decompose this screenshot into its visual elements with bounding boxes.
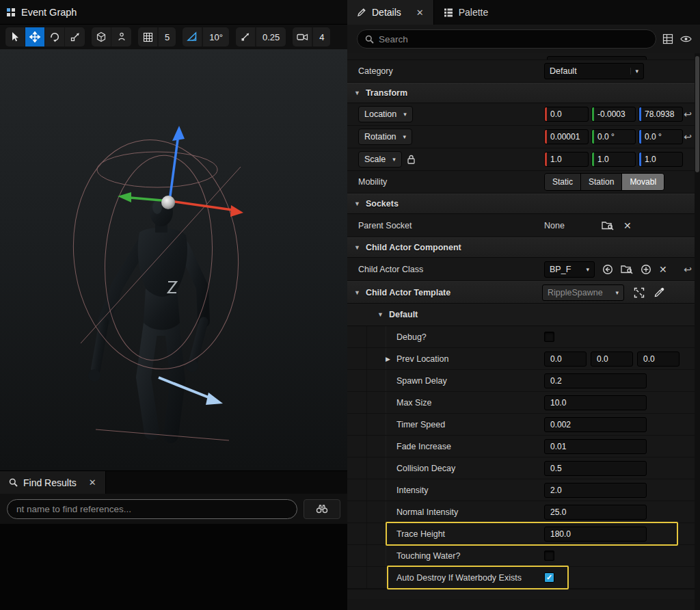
reset-to-default-icon[interactable]: ↩ [682, 131, 693, 142]
rotation-dropdown[interactable]: Rotation ▾ [358, 129, 412, 145]
rotation-snap-button[interactable] [183, 27, 202, 47]
category-dropdown[interactable]: Default ▾ [544, 63, 644, 79]
category-value: Default [550, 66, 577, 76]
prev-location-y-field[interactable]: 0.0 [591, 352, 633, 367]
collision-decay-field[interactable]: 0.5 [544, 461, 647, 476]
close-icon[interactable]: ✕ [416, 8, 424, 18]
details-search-input[interactable] [379, 34, 648, 44]
trace-height-field[interactable]: 180.0 [544, 527, 647, 542]
child-actor-template-header[interactable]: ▼ Child Actor Template RippleSpawne ▾ [347, 281, 695, 304]
camera-speed-button[interactable] [293, 27, 312, 47]
expand-triangle-icon[interactable]: ▶ [386, 356, 390, 362]
max-size-label: Max Size [396, 398, 431, 408]
binoculars-icon [316, 504, 328, 514]
rotation-z-field[interactable]: 0.0 ° [638, 129, 683, 144]
select-tool-button[interactable] [5, 27, 25, 47]
chevron-down-icon: ▾ [392, 156, 396, 163]
location-y-field[interactable]: -0.0003 [591, 107, 636, 122]
partially-scrolled-row [347, 53, 695, 60]
mobility-movable-button[interactable]: Movabl [622, 174, 664, 190]
mobility-stationary-button[interactable]: Station [581, 174, 622, 190]
tab-details[interactable]: Details ✕ [347, 0, 434, 25]
transform-gizmo[interactable] [118, 126, 243, 217]
find-references-input[interactable] [7, 499, 297, 519]
folder-search-icon [602, 220, 614, 230]
scale-lock-button[interactable] [407, 155, 415, 164]
camera-speed-value[interactable]: 4 [312, 27, 330, 47]
world-space-button[interactable] [92, 27, 111, 47]
browse-to-asset-button[interactable] [621, 264, 633, 274]
scrollbar-thumb[interactable] [695, 56, 699, 172]
max-size-field[interactable]: 10.0 [544, 395, 647, 410]
find-in-blueprints-button[interactable] [304, 499, 340, 519]
chevron-down-icon: ▾ [611, 289, 619, 296]
rotation-x-field[interactable]: 0.00001 [544, 129, 589, 144]
touching-water-checkbox[interactable] [544, 551, 554, 561]
viewport-3d[interactable] [0, 49, 347, 470]
child-actor-component-header[interactable]: ▼ Child Actor Component [347, 237, 695, 258]
intensity-field[interactable]: 2.0 [544, 483, 647, 498]
rotation-y-field[interactable]: 0.0 ° [591, 129, 636, 144]
rotation-snap-value[interactable]: 10° [202, 27, 229, 47]
scale-snap-button[interactable] [236, 27, 256, 47]
event-graph-icon [7, 8, 15, 16]
eyedropper-button[interactable] [654, 287, 664, 297]
collapse-triangle-icon[interactable]: ▼ [354, 289, 360, 296]
location-x-field[interactable]: 0.0 [544, 107, 589, 122]
prev-location-z-field[interactable]: 0.0 [637, 352, 679, 367]
fade-increase-field[interactable]: 0.01 [544, 439, 647, 454]
close-icon[interactable]: ✕ [89, 477, 96, 488]
reset-to-default-icon[interactable]: ↩ [682, 264, 693, 275]
scale-y-field[interactable]: 1.0 [591, 152, 636, 167]
grid-snap-button[interactable] [138, 27, 158, 47]
touching-water-label: Touching Water? [396, 551, 460, 561]
camera-icon [297, 32, 308, 42]
display-filter-button[interactable] [680, 35, 692, 43]
grid-snap-value[interactable]: 5 [158, 27, 176, 47]
expand-template-button[interactable] [634, 287, 645, 298]
reset-to-default-icon[interactable]: ↩ [682, 109, 693, 120]
debug-checkbox[interactable] [544, 332, 554, 342]
find-results-tab[interactable]: Find Results ✕ [0, 471, 106, 494]
make-new-asset-button[interactable] [641, 264, 651, 275]
surface-snap-button[interactable] [111, 27, 131, 47]
location-dropdown[interactable]: Location ▾ [358, 106, 413, 122]
transform-section-header[interactable]: ▼ Transform [347, 83, 695, 103]
normal-intensity-field[interactable]: 25.0 [544, 505, 647, 520]
details-grid-icon [662, 34, 673, 44]
child-actor-class-dropdown[interactable]: BP_F ▾ [544, 261, 595, 278]
move-tool-button[interactable] [25, 27, 45, 47]
scale-tool-button[interactable] [65, 27, 85, 47]
details-view-options-button[interactable] [662, 34, 673, 44]
scale-snap-value[interactable]: 0.25 [256, 27, 286, 47]
scale-z-field[interactable]: 1.0 [638, 152, 683, 167]
viewport-toolbar: 5 10° 0.25 4 [0, 25, 347, 49]
timer-speed-field[interactable]: 0.002 [544, 417, 647, 432]
event-graph-tab[interactable]: Event Graph [21, 7, 77, 18]
parent-socket-value[interactable]: None [544, 221, 592, 230]
template-asset-dropdown[interactable]: RippleSpawne ▾ [542, 284, 624, 301]
parent-socket-row: Parent Socket None ✕ [347, 214, 695, 237]
prev-location-x-field[interactable]: 0.0 [544, 352, 587, 367]
collapse-triangle-icon[interactable]: ▼ [354, 90, 360, 96]
location-z-field[interactable]: 78.0938 [638, 107, 683, 122]
collapse-triangle-icon[interactable]: ▼ [377, 311, 383, 318]
use-selected-asset-button[interactable] [602, 264, 613, 275]
tab-palette[interactable]: Palette [434, 0, 498, 25]
rotate-tool-button[interactable] [45, 27, 65, 47]
scale-x-field[interactable]: 1.0 [544, 152, 589, 167]
eye-icon [680, 35, 692, 43]
scale-dropdown[interactable]: Scale ▾ [358, 151, 402, 168]
details-scrollbar[interactable] [695, 53, 700, 610]
auto-destroy-checkbox[interactable] [544, 572, 554, 583]
clear-socket-icon[interactable]: ✕ [623, 220, 632, 231]
details-search-box[interactable] [357, 29, 656, 49]
socket-browse-button[interactable] [602, 220, 614, 230]
sockets-section-header[interactable]: ▼ Sockets [347, 194, 695, 214]
spawn-delay-field[interactable]: 0.2 [544, 373, 647, 388]
mobility-static-button[interactable]: Static [545, 174, 581, 190]
clear-class-icon[interactable]: ✕ [659, 264, 667, 275]
default-subsection-header[interactable]: ▼ Default [347, 304, 695, 326]
collapse-triangle-icon[interactable]: ▼ [354, 244, 360, 251]
collapse-triangle-icon[interactable]: ▼ [354, 200, 360, 207]
